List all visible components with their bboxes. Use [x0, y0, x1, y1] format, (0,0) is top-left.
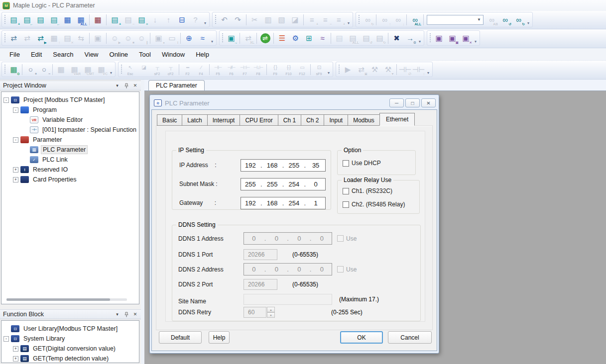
gateway-field[interactable]: 192.168.254.1 [241, 197, 326, 209]
find-prev-icon[interactable]: ∞↺ [498, 13, 512, 26]
tree-item-get-digital[interactable]: +▤GET(Digital conversion value) [1, 344, 139, 354]
memory-calc-icon[interactable]: ⊞ [302, 31, 316, 45]
find-all-icon[interactable]: ∞ALL [408, 13, 422, 26]
menu-search[interactable]: Search [47, 49, 79, 60]
redo-icon[interactable]: ↷ [231, 13, 244, 26]
tree-expand-icon[interactable]: + [13, 177, 18, 182]
project-window-pin-icon[interactable] [122, 82, 130, 89]
menu-edit[interactable]: Edit [25, 49, 47, 60]
toolbar-overflow-button[interactable]: ▾ [202, 13, 208, 26]
ok-button[interactable]: OK [340, 331, 383, 344]
toolbar-overflow-button[interactable]: ▾ [473, 31, 479, 45]
cross-reference-icon[interactable]: ⇌ [258, 31, 272, 45]
system-monitor-icon[interactable]: ≈ [196, 31, 209, 45]
cancel-button[interactable]: Cancel [388, 331, 432, 344]
dialog-minimize-button[interactable]: ─ [389, 98, 404, 107]
backup-save-icon[interactable]: ▣▣ [446, 31, 459, 45]
tree-expand-icon[interactable]: + [13, 356, 18, 362]
dialog-tab-basic[interactable]: Basic [157, 114, 182, 126]
combobox-dropdown-icon[interactable]: ▼ [475, 17, 483, 22]
dialog-tab-latch[interactable]: Latch [182, 114, 207, 126]
ch1-rs232c-checkbox[interactable] [343, 188, 349, 194]
tool-options-icon[interactable]: ✖ [390, 31, 403, 45]
backup-open-icon[interactable]: ▣ [432, 31, 446, 45]
network-browser-icon[interactable]: ⊕ [182, 31, 196, 45]
ddns-retry-spin-up[interactable]: ▲ [267, 307, 275, 312]
function-block-menu-button[interactable]: ▾ [114, 311, 121, 318]
tree-collapse-icon[interactable]: - [3, 97, 9, 103]
trend-monitor-icon[interactable]: ≈ [316, 31, 329, 45]
tree-expand-icon[interactable]: + [13, 346, 18, 352]
tree-item-get-temp[interactable]: +▤GET(Temp detection value) [1, 354, 139, 363]
open-project-icon[interactable]: ▤← [20, 13, 34, 26]
toolbar-overflow-button[interactable]: ▾ [346, 13, 352, 26]
tree-item-reserved-io[interactable]: +!Reserved IO [1, 165, 139, 175]
toolbar-overflow-button[interactable]: ▾ [209, 31, 215, 45]
menu-window[interactable]: Window [156, 49, 190, 60]
function-block-pin-icon[interactable] [122, 311, 130, 318]
new-project-icon[interactable]: ▤+ [7, 13, 20, 26]
tree-collapse-icon[interactable]: - [13, 107, 18, 113]
tree-item-tcpmaster[interactable]: ⊣⊢[001] tcpmaster : Special Function [1, 125, 139, 135]
write-plc-icon[interactable]: ⇄ [7, 31, 20, 45]
tree-item-user-library[interactable]: ⊡User Library[Modbus TCP Master] [1, 324, 139, 334]
menu-file[interactable]: File [4, 49, 25, 60]
used-device-icon[interactable]: ☰ [275, 31, 289, 45]
dialog-tab-input[interactable]: Input [324, 114, 348, 126]
menu-help[interactable]: Help [190, 49, 215, 60]
ip-address-field[interactable]: 192.168.255.35 [241, 159, 326, 172]
dialog-restore-button[interactable]: □ [405, 98, 420, 107]
ld-option-icon[interactable]: ▦⚙ [7, 63, 20, 76]
document-tab-plc-parameter[interactable]: PLC Parameter [148, 80, 205, 91]
zoom-in-icon[interactable]: ○+ [24, 63, 37, 76]
document-list-icon[interactable]: ▤≡ [135, 13, 148, 26]
menu-view[interactable]: View [79, 49, 104, 60]
dialog-tab-cpu-error[interactable]: CPU Error [240, 114, 278, 126]
special-module-icon[interactable]: ⚙ [289, 31, 302, 45]
tree-item-project[interactable]: -⊡Project [Modbus TCP Master] [1, 95, 139, 105]
dialog-tab-ch-1[interactable]: Ch 1 [278, 114, 301, 126]
search-combobox[interactable]: ▼ [427, 15, 484, 25]
menu-tool[interactable]: Tool [133, 49, 156, 60]
tree-item-system-library[interactable]: -⊡System Library [1, 334, 139, 344]
tree-expand-icon[interactable]: + [13, 167, 18, 173]
use-dhcp-checkbox[interactable] [343, 160, 349, 167]
bookmark-icon[interactable]: ▤ [333, 31, 346, 45]
save-all-icon[interactable]: ▦ALL [74, 13, 88, 26]
print-icon[interactable]: ⊟ [175, 13, 189, 26]
ddns-retry-spin-down[interactable]: ▼ [267, 312, 275, 318]
toolbar-overflow-button[interactable]: ▾ [417, 31, 423, 45]
tree-item-plc-parameter[interactable]: ▦PLC Parameter [1, 145, 139, 155]
dialog-tab-modbus[interactable]: Modbus [348, 114, 380, 126]
tree-collapse-icon[interactable]: - [3, 336, 9, 342]
project-window-menu-button[interactable]: ▾ [114, 82, 121, 89]
menu-online[interactable]: Online [104, 49, 134, 60]
undo-icon[interactable]: ↶ [218, 13, 231, 26]
ch2-rs485-checkbox[interactable] [343, 201, 349, 208]
project-tree-hscrollbar[interactable] [6, 298, 127, 301]
toolbar-overflow-button[interactable]: ▾ [425, 63, 431, 76]
backup-delete-icon[interactable]: ▣✕ [459, 31, 473, 45]
dialog-tab-interrupt[interactable]: Interrupt [208, 114, 241, 126]
subnet-mask-field[interactable]: 255.255.254.0 [241, 178, 326, 190]
panel-splitter[interactable] [141, 80, 144, 364]
tree-item-plc-link[interactable]: ✓PLC Link [1, 155, 139, 165]
auto-run-setting-icon[interactable]: →⚙ [403, 31, 417, 45]
project-window-close-button[interactable]: ✕ [131, 82, 139, 89]
toolbar-overflow-button[interactable]: ▾ [108, 63, 114, 76]
dialog-tab-ethernet[interactable]: Ethernet [379, 113, 415, 126]
tree-item-program[interactable]: -Program [1, 105, 139, 115]
toolbar-overflow-button[interactable]: ▾ [525, 13, 531, 26]
add-document-icon[interactable]: ▤+ [108, 13, 121, 26]
write-run-plc-icon[interactable]: ⇄▶ [34, 31, 47, 45]
zoom-out-icon[interactable]: ○− [37, 63, 51, 76]
tree-collapse-icon[interactable]: - [13, 137, 18, 143]
open-document-icon[interactable]: ▤ [34, 13, 47, 26]
dialog-tab-ch-2[interactable]: Ch 2 [301, 114, 324, 126]
export-icon[interactable]: ▣→ [225, 31, 238, 45]
tile-windows-icon[interactable]: ▦ [91, 13, 105, 26]
toolbar-overflow-button[interactable]: ▾ [326, 63, 332, 76]
help-button[interactable]: Help [209, 331, 230, 344]
function-block-close-button[interactable]: ✕ [131, 311, 139, 318]
dialog-close-button[interactable]: ✕ [421, 98, 436, 107]
